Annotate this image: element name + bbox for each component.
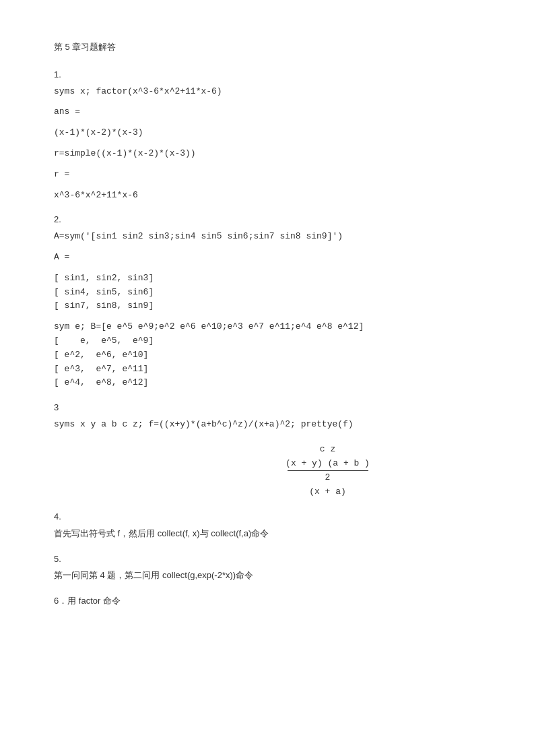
code-line: [ sin7, sin8, sin9] [54, 299, 480, 313]
section-5-note: 第一问同第 4 题，第二问用 collect(g,exp(-2*x))命令 [54, 570, 253, 580]
section-6: 6．用 factor 命令 [54, 594, 480, 609]
section-1-number: 1. [54, 68, 480, 82]
code-line: r = [54, 168, 480, 182]
code-line: [ e, e^5, e^9] [54, 334, 480, 348]
code-line: (x-1)*(x-2)*(x-3) [54, 126, 480, 140]
code-line: sym e; B=[e e^5 e^9;e^2 e^6 e^10;e^3 e^7… [54, 320, 480, 334]
section-3-number: 3 [54, 401, 480, 415]
page-container: 第 5 章习题解答 1. syms x; factor(x^3-6*x^2+11… [54, 40, 480, 609]
section-3: 3 syms x y a b c z; f=((x+y)*(a+b^c)^z)/… [54, 401, 480, 499]
fraction-superscript: c z [320, 443, 335, 457]
section-6-note: 6．用 factor 命令 [54, 596, 121, 606]
code-line: x^3-6*x^2+11*x-6 [54, 189, 480, 203]
section-4-note: 首先写出符号式 f，然后用 collect(f, x)与 collect(f,a… [54, 528, 269, 538]
code-line: syms x; factor(x^3-6*x^2+11*x-6) [54, 85, 480, 99]
fraction-numerator: (x + y) (a + b ) [286, 457, 370, 471]
section-2-number: 2. [54, 213, 480, 227]
code-line: [ sin4, sin5, sin6] [54, 286, 480, 300]
fraction-denominator-num: 2 [325, 471, 331, 485]
code-line: A=sym('[sin1 sin2 sin3;sin4 sin5 sin6;si… [54, 230, 480, 244]
fraction-display: c z (x + y) (a + b ) 2 (x + a) [175, 443, 480, 499]
section-2: 2. A=sym('[sin1 sin2 sin3;sin4 sin5 sin6… [54, 213, 480, 390]
code-line: ans = [54, 105, 480, 119]
code-line: [ e^3, e^7, e^11] [54, 363, 480, 377]
code-line: [ sin1, sin2, sin3] [54, 272, 480, 286]
code-line: [ e^4, e^8, e^12] [54, 376, 480, 390]
section-4: 4. 首先写出符号式 f，然后用 collect(f, x)与 collect(… [54, 510, 480, 542]
code-line: A = [54, 251, 480, 265]
section-4-number: 4. [54, 510, 480, 524]
page-title: 第 5 章习题解答 [54, 40, 480, 55]
section-5: 5. 第一问同第 4 题，第二问用 collect(g,exp(-2*x))命令 [54, 553, 480, 584]
code-line: r=simple((x-1)*(x-2)*(x-3)) [54, 147, 480, 161]
section-5-number: 5. [54, 553, 480, 567]
section-1: 1. syms x; factor(x^3-6*x^2+11*x-6) ans … [54, 68, 480, 203]
code-line: [ e^2, e^6, e^10] [54, 348, 480, 363]
fraction-denominator-base: (x + a) [309, 485, 346, 499]
code-line: syms x y a b c z; f=((x+y)*(a+b^c)^z)/(x… [54, 418, 480, 432]
